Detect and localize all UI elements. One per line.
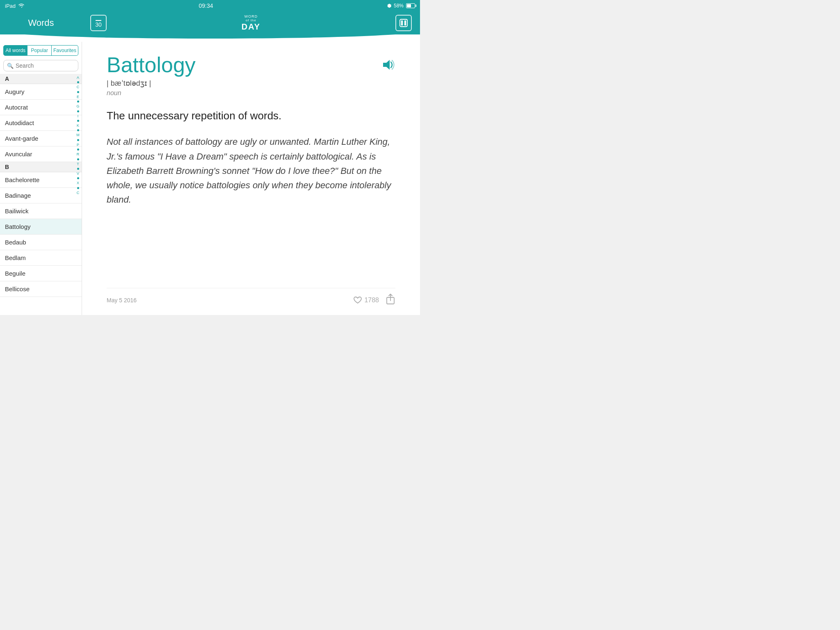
alpha-dot <box>77 91 79 93</box>
wifi-icon <box>18 3 25 9</box>
alpha-dot <box>77 120 79 122</box>
word-date: May 5 2016 <box>107 297 137 304</box>
section-header-a: A <box>0 74 82 84</box>
list-item[interactable]: Autodidact <box>0 115 82 131</box>
bluetooth-icon: ⬢ <box>387 3 391 9</box>
app-title: Words <box>28 18 54 28</box>
calendar-day: 30 <box>95 21 102 28</box>
word-type: noun <box>107 89 395 97</box>
alpha-t[interactable]: T <box>77 161 79 167</box>
alpha-a[interactable]: A <box>77 75 79 80</box>
list-item[interactable]: Augury <box>0 84 82 100</box>
list-item-selected[interactable]: Battology <box>0 219 82 235</box>
header: Words ▬▬ 30 WORD of the DAY <box>0 11 420 34</box>
time-display: 09:34 <box>199 2 213 9</box>
sound-button[interactable] <box>381 57 395 75</box>
alpha-dot <box>77 177 79 179</box>
app-title-area: Words <box>0 11 82 34</box>
search-icon: 🔍 <box>7 63 14 69</box>
list-item[interactable]: Bedaub <box>0 235 82 250</box>
tab-popular[interactable]: Popular <box>27 45 51 56</box>
svg-point-3 <box>401 24 402 25</box>
search-input[interactable] <box>16 62 75 69</box>
list-item[interactable]: Badinage <box>0 188 82 203</box>
detail-footer: May 5 2016 1788 <box>107 288 395 307</box>
alpha-dot <box>77 168 79 170</box>
word-list: A Augury Autocrat Autodidact Avant-garde… <box>0 74 82 315</box>
list-item[interactable]: Beguile <box>0 266 82 281</box>
list-item[interactable]: Bailiwick <box>0 203 82 219</box>
alpha-p[interactable]: P <box>77 142 79 148</box>
alpha-r[interactable]: R <box>77 151 80 157</box>
alpha-dot <box>77 139 79 141</box>
alpha-dot <box>77 129 79 131</box>
wavy-divider <box>0 34 420 42</box>
word-title: Battology <box>107 54 196 75</box>
alpha-x[interactable]: X <box>77 180 79 186</box>
svg-point-2 <box>404 21 406 22</box>
svg-point-1 <box>401 21 402 22</box>
alpha-dot <box>77 148 79 151</box>
tab-all-words[interactable]: All words <box>3 45 27 56</box>
word-definition: The unnecessary repetition of words. <box>107 108 395 123</box>
status-left: iPad <box>5 3 25 9</box>
alpha-i[interactable]: I <box>78 113 79 119</box>
word-title-row: Battology <box>107 54 395 75</box>
alpha-g[interactable]: G <box>76 103 79 109</box>
word-of-day-logo: WORD of the DAY <box>242 15 260 32</box>
word-example: Not all instances of battology are ugly … <box>107 135 395 280</box>
svg-point-4 <box>404 24 406 25</box>
section-header-b: B <box>0 162 82 172</box>
pronunciation: | bæˈtɒlədʒɪ | <box>107 79 395 88</box>
search-box: 🔍 <box>3 60 78 71</box>
list-item[interactable]: Bachelorette <box>0 172 82 188</box>
day-label: DAY <box>242 22 260 31</box>
alpha-k[interactable]: K <box>77 123 79 128</box>
alpha-index: A C E G I K M P R T V <box>74 74 82 315</box>
header-actions: ▬▬ 30 WORD of the DAY <box>82 11 420 34</box>
alpha-dot <box>77 100 79 103</box>
like-count: 1788 <box>364 297 379 304</box>
alpha-dot <box>77 187 79 189</box>
alpha-dot <box>77 110 79 112</box>
alpha-m[interactable]: M <box>76 132 80 138</box>
alpha-dot <box>77 81 79 83</box>
like-button[interactable]: 1788 <box>353 296 379 304</box>
filter-tabs: All words Popular Favourites <box>0 42 82 58</box>
alpha-dot <box>77 158 79 160</box>
list-item[interactable]: Avant-garde <box>0 131 82 146</box>
alpha-v[interactable]: V <box>77 171 79 176</box>
sidebar: All words Popular Favourites 🔍 A Augury … <box>0 42 82 315</box>
alpha-e[interactable]: E <box>77 94 79 100</box>
main-content: All words Popular Favourites 🔍 A Augury … <box>0 42 420 315</box>
list-item[interactable]: Autocrat <box>0 100 82 115</box>
calendar-button[interactable]: ▬▬ 30 <box>90 15 107 31</box>
status-bar: iPad 09:34 ⬢ 58% <box>0 0 420 11</box>
tab-favourites[interactable]: Favourites <box>52 45 78 56</box>
list-item[interactable]: Avuncular <box>0 146 82 162</box>
share-button[interactable] <box>386 293 395 307</box>
calendar-top-label: ▬▬ <box>96 18 101 21</box>
list-item[interactable]: Bedlam <box>0 250 82 266</box>
of-the-label: of the <box>246 19 256 23</box>
carrier-label: iPad <box>5 3 16 9</box>
footer-actions: 1788 <box>353 293 395 307</box>
svg-point-5 <box>401 23 402 24</box>
alpha-c[interactable]: C <box>77 84 80 90</box>
battery-label: 58% <box>394 3 404 9</box>
svg-point-6 <box>404 23 406 24</box>
dice-button[interactable] <box>395 15 412 31</box>
list-item[interactable]: Bellicose <box>0 281 82 297</box>
status-right: ⬢ 58% <box>387 3 415 9</box>
alpha-c2[interactable]: C <box>77 190 80 196</box>
battery-icon <box>406 3 415 8</box>
detail-panel: Battology | bæˈtɒlədʒɪ | noun The unnece… <box>82 42 420 315</box>
